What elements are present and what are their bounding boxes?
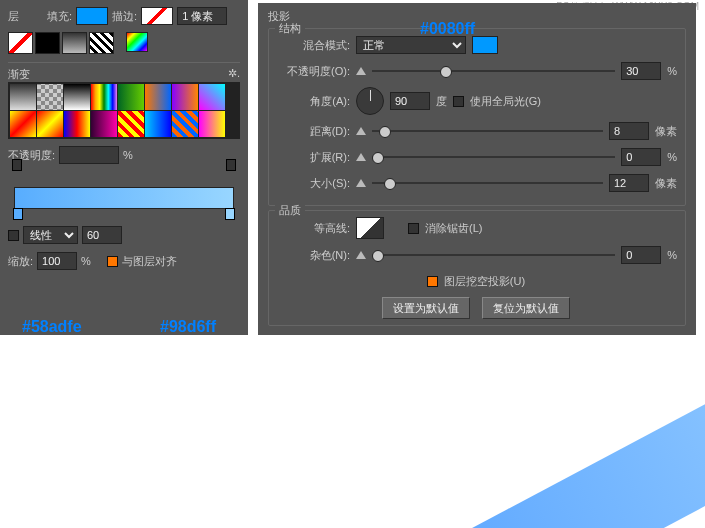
gradient-section-label: 渐变 [8,67,30,82]
stroke-width-input[interactable] [177,7,227,25]
knockout-label: 图层挖空投影(U) [444,274,525,289]
color-stop-right[interactable] [225,208,235,220]
opacity-slider[interactable] [372,70,615,72]
dist-unit: 像素 [655,124,677,139]
structure-group: 结构 混合模式: 正常 不透明度(O): % 角度(A): 度 使用全局光(G)… [268,28,686,206]
layer-suffix: 层 [8,9,19,24]
noise-unit: % [667,249,677,261]
contour-picker[interactable] [356,217,384,239]
antialias-label: 消除锯齿(L) [425,221,482,236]
quality-legend: 品质 [275,203,305,218]
gradient-preset-grid[interactable] [8,82,240,139]
size-unit: 像素 [655,176,677,191]
link-icon [356,251,366,259]
opacity-stop-left[interactable] [12,159,22,171]
contour-label: 等高线: [275,221,350,236]
blend-select[interactable]: 正常 [356,36,466,54]
gradient-panel: 层 填充: 描边: 渐变 ✲. 不透明度: [0,0,248,335]
align-checkbox[interactable] [107,256,118,267]
mode-solid-icon[interactable] [35,32,60,54]
noise-label: 杂色(N): [275,248,350,263]
quality-group: 品质 等高线: 消除锯齿(L) 杂色(N): % 图层挖空投影(U) 设置为默认… [268,210,686,326]
antialias-checkbox[interactable] [408,223,419,234]
knockout-checkbox[interactable] [427,276,438,287]
distance-input[interactable] [609,122,649,140]
spread-label: 扩展(R): [275,150,350,165]
opacity-input[interactable] [59,146,119,164]
fill-stroke-row: 层 填充: 描边: [8,6,240,26]
mode-none-icon[interactable] [8,32,33,54]
ds-opacity-label: 不透明度(O): [275,64,350,79]
opacity-unit: % [123,149,133,161]
spread-unit: % [667,151,677,163]
fill-label: 填充: [47,9,72,24]
mode-gradient-icon[interactable] [62,32,87,54]
gradient-editor-bar[interactable] [14,187,234,209]
shadow-color-swatch[interactable] [472,36,498,54]
stroke-label: 描边: [112,9,137,24]
annotation-color3: #98d6ff [160,318,216,336]
mode-swatch-bar [8,32,240,54]
distance-label: 距离(D): [275,124,350,139]
distance-slider[interactable] [372,130,603,132]
noise-slider[interactable] [372,254,615,256]
mode-pattern-icon[interactable] [89,32,114,54]
link-icon [356,153,366,161]
style-select[interactable]: 线性 [23,226,78,244]
annotation-color1: #0080ff [420,20,475,38]
diagonal-stripe [408,365,705,528]
set-default-button[interactable]: 设置为默认值 [382,297,470,319]
link-icon [356,67,366,75]
align-label: 与图层对齐 [122,254,177,269]
link-icon [356,127,366,135]
angle-unit: 度 [436,94,447,109]
color-stop-left[interactable] [13,208,23,220]
size-label: 大小(S): [275,176,350,191]
scale-label: 缩放: [8,254,33,269]
global-light-checkbox[interactable] [453,96,464,107]
fill-swatch[interactable] [76,7,108,25]
drop-shadow-panel: 投影 结构 混合模式: 正常 不透明度(O): % 角度(A): 度 使用全局光… [258,3,696,335]
angle-label: 角度(A): [275,94,350,109]
blend-label: 混合模式: [275,38,350,53]
opacity-unit: % [667,65,677,77]
opacity-stop-right[interactable] [226,159,236,171]
panel-title: 投影 [268,9,686,24]
gear-icon[interactable]: ✲. [228,67,240,82]
size-input[interactable] [609,174,649,192]
scale-unit: % [81,255,91,267]
annotation-color2: #58adfe [22,318,82,336]
ds-opacity-input[interactable] [621,62,661,80]
scale-input[interactable] [37,252,77,270]
structure-legend: 结构 [275,21,305,36]
noise-input[interactable] [621,246,661,264]
angle-input[interactable] [390,92,430,110]
size-slider[interactable] [372,182,603,184]
style-checkbox[interactable] [8,230,19,241]
global-light-label: 使用全局光(G) [470,94,541,109]
spread-slider[interactable] [372,156,615,158]
gradient-section-header: 渐变 ✲. [8,62,240,82]
link-icon [356,179,366,187]
reset-default-button[interactable]: 复位为默认值 [482,297,570,319]
color-picker-icon[interactable] [126,32,148,52]
angle-dial[interactable] [356,87,384,115]
stroke-swatch[interactable] [141,7,173,25]
angle60-input[interactable] [82,226,122,244]
spread-input[interactable] [621,148,661,166]
